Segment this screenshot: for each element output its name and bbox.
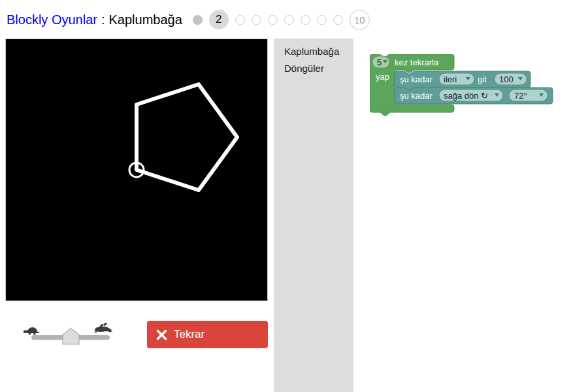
reset-button-label: Tekrar bbox=[174, 328, 204, 341]
move-distance-dropdown[interactable]: 100 bbox=[495, 73, 527, 85]
level-selector: 210 bbox=[193, 10, 370, 30]
turn-direction-dropdown[interactable]: sağa dön ↻ bbox=[439, 90, 503, 101]
toolbox-category-1[interactable]: Döngüler bbox=[274, 60, 353, 77]
turn-prefix-label: şu kadar bbox=[400, 91, 433, 101]
repeat-label: kez tekrarla bbox=[395, 57, 439, 67]
toolbox: KaplumbağaDöngüler bbox=[274, 39, 353, 392]
turtle-drawing bbox=[6, 39, 267, 301]
x-icon bbox=[155, 329, 168, 341]
repeat-count-dropdown[interactable]: 5 bbox=[372, 56, 389, 68]
level-dot[interactable] bbox=[317, 15, 327, 25]
turn-angle-dropdown[interactable]: 72° bbox=[509, 90, 547, 101]
turtle-canvas bbox=[5, 39, 268, 301]
move-direction-value: ileri bbox=[444, 74, 457, 84]
level-dot[interactable] bbox=[193, 15, 203, 25]
level-dot[interactable] bbox=[284, 15, 294, 25]
blockly-workspace: 5 kez tekrarla yap şu kadar ileri git 10… bbox=[370, 54, 566, 123]
turtle-marker bbox=[129, 161, 144, 177]
level-dot[interactable] bbox=[268, 15, 278, 25]
turn-block[interactable]: şu kadar sağa dön ↻ 72° bbox=[395, 88, 553, 104]
slider-thumb[interactable] bbox=[63, 329, 79, 345]
level-dot[interactable] bbox=[235, 15, 245, 25]
turn-direction-value: sağa dön ↻ bbox=[444, 91, 488, 101]
pen-trail-pentagon bbox=[137, 84, 237, 190]
move-distance-value: 100 bbox=[499, 74, 514, 84]
header: Blockly Oyunlar : Kaplumbağa 210 bbox=[0, 0, 588, 39]
blockly-turtle-app: Blockly Oyunlar : Kaplumbağa 210 Kaplumb… bbox=[0, 0, 588, 392]
level-dot[interactable]: 10 bbox=[350, 10, 370, 30]
move-prefix-label: şu kadar bbox=[400, 74, 433, 84]
move-direction-dropdown[interactable]: ileri bbox=[439, 73, 474, 85]
speed-slider bbox=[20, 318, 118, 348]
reset-button[interactable]: Tekrar bbox=[147, 321, 268, 348]
blockly-games-link[interactable]: Blockly Oyunlar bbox=[7, 12, 97, 27]
toolbox-category-0[interactable]: Kaplumbağa bbox=[274, 43, 353, 60]
repeat-count-value: 5 bbox=[377, 57, 382, 67]
page-title: Kaplumbağa bbox=[109, 12, 182, 27]
rabbit-icon bbox=[93, 323, 113, 333]
level-dot[interactable] bbox=[252, 15, 261, 25]
move-suffix-label: git bbox=[478, 74, 487, 84]
turn-angle-value: 72° bbox=[514, 91, 527, 101]
title-separator: : bbox=[101, 12, 105, 27]
do-label: yap bbox=[376, 72, 389, 82]
level-dot[interactable] bbox=[333, 15, 343, 25]
turtle-icon bbox=[24, 327, 40, 335]
level-dot[interactable] bbox=[301, 15, 310, 25]
level-dot-current[interactable]: 2 bbox=[209, 10, 229, 29]
